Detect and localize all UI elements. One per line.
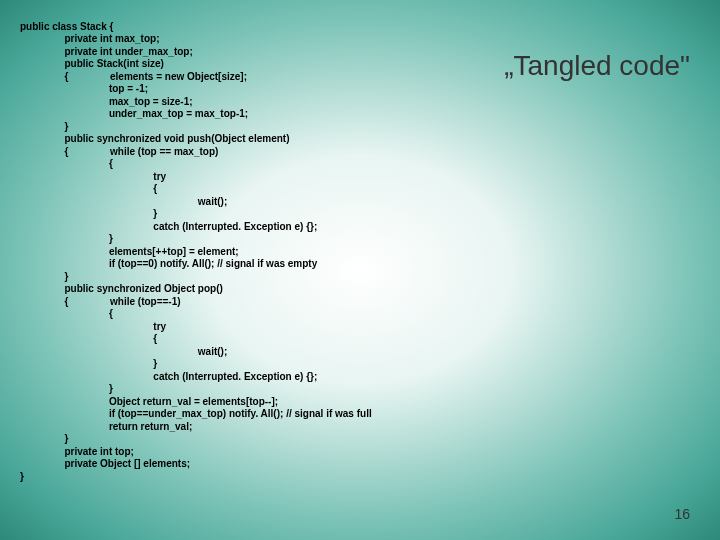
code-line: {: [20, 333, 157, 344]
code-line: if (top==under_max_top) notify. All(); /…: [20, 408, 372, 419]
code-line: elements[++top] = element;: [20, 246, 239, 257]
code-line: { while (top==-1): [20, 296, 181, 307]
code-block: public class Stack { private int max_top…: [20, 8, 372, 483]
code-line: }: [20, 433, 68, 444]
code-line: }: [20, 121, 68, 132]
code-line: catch (Interrupted. Exception e) {};: [20, 371, 317, 382]
code-line: if (top==0) notify. All(); // signal if …: [20, 258, 317, 269]
code-line: private int max_top;: [20, 33, 159, 44]
code-line: try: [20, 321, 166, 332]
code-line: top = -1;: [20, 83, 148, 94]
code-line: under_max_top = max_top-1;: [20, 108, 248, 119]
code-line: return return_val;: [20, 421, 192, 432]
code-line: private int under_max_top;: [20, 46, 193, 57]
code-line: }: [20, 358, 157, 369]
code-line: Object return_val = elements[top--];: [20, 396, 278, 407]
code-line: public Stack(int size): [20, 58, 164, 69]
page-number: 16: [674, 506, 690, 522]
code-line: {: [20, 308, 113, 319]
code-line: private int top;: [20, 446, 134, 457]
code-line: }: [20, 208, 157, 219]
code-line: { while (top == max_top): [20, 146, 218, 157]
code-line: try: [20, 171, 166, 182]
code-line: max_top = size-1;: [20, 96, 193, 107]
code-line: {: [20, 158, 113, 169]
code-line: }: [20, 271, 68, 282]
slide-title: „Tangled code": [504, 50, 690, 82]
code-line: public synchronized Object pop(): [20, 283, 223, 294]
code-line: catch (Interrupted. Exception e) {};: [20, 221, 317, 232]
code-line: public class Stack {: [20, 21, 113, 32]
code-line: { elements = new Object[size];: [20, 71, 247, 82]
code-line: }: [20, 471, 24, 482]
code-line: }: [20, 233, 113, 244]
code-line: public synchronized void push(Object ele…: [20, 133, 289, 144]
code-line: wait();: [20, 346, 227, 357]
code-line: }: [20, 383, 113, 394]
code-line: {: [20, 183, 157, 194]
code-line: wait();: [20, 196, 227, 207]
code-line: private Object [] elements;: [20, 458, 190, 469]
